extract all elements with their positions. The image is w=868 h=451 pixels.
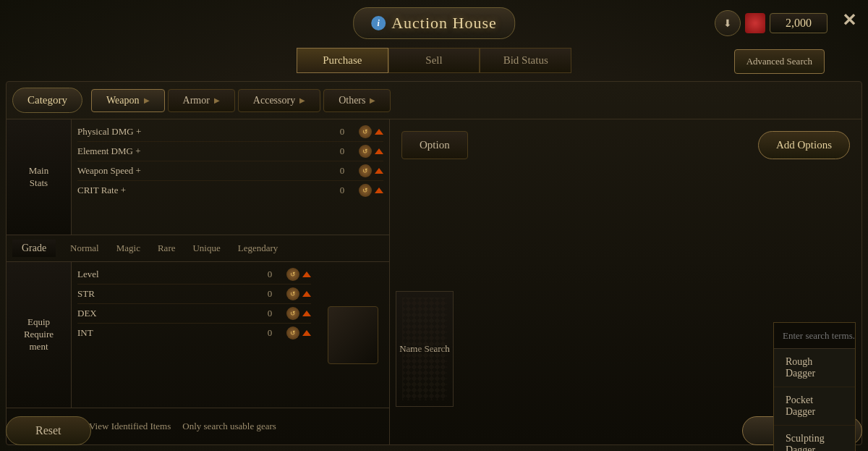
left-panel: MainStats Physical DMG + 0 ↺ Element DMG… [7, 119, 390, 444]
stat-crit-value: 0 [331, 185, 353, 196]
stat-element-reset[interactable]: ↺ [359, 145, 372, 158]
equip-section: EquipRequirement Level 0 ↺ STR 0 [7, 262, 389, 408]
main-stats-label: MainStats [7, 119, 72, 235]
info-icon[interactable]: i [371, 16, 386, 30]
stat-speed-reset[interactable]: ↺ [359, 164, 372, 177]
category-armor[interactable]: Armor ▶ [168, 89, 235, 112]
equip-str-up[interactable] [302, 291, 311, 297]
currency-area: ⬇ 2,000 [715, 10, 827, 36]
tab-bid-status[interactable]: Bid Status [480, 48, 571, 73]
stat-row-crit: CRIT Rate + 0 ↺ [77, 181, 383, 200]
equip-int-value: 0 [259, 327, 281, 339]
equip-dex: DEX [77, 308, 253, 319]
armor-label: Armor [183, 95, 210, 106]
equip-level-controls: ↺ [286, 268, 311, 281]
equip-int-up[interactable] [302, 330, 311, 336]
stat-physical-controls: ↺ [359, 125, 383, 138]
stat-physical-reset[interactable]: ↺ [359, 125, 372, 138]
advanced-search-button[interactable]: Advanced Search [734, 49, 825, 74]
equip-row-str: STR 0 ↺ [77, 284, 311, 304]
equip-level-reset[interactable]: ↺ [286, 268, 299, 281]
category-weapon[interactable]: Weapon ▶ [91, 89, 165, 112]
grade-magic[interactable]: Magic [114, 241, 143, 256]
tab-bar: Purchase Sell Bid Status [297, 48, 571, 73]
equip-str-controls: ↺ [286, 287, 311, 300]
equip-str-value: 0 [259, 288, 281, 300]
accessory-label: Accessory [253, 95, 295, 106]
stat-element-value: 0 [331, 146, 353, 157]
category-label: Category [12, 88, 82, 113]
bottom-bar: Reset Search [6, 416, 862, 445]
equip-dex-controls: ↺ [286, 307, 311, 320]
item-thumbnail [328, 306, 378, 364]
equip-str: STR [77, 288, 253, 300]
currency-value: 2,000 [770, 13, 827, 33]
option-area: Option Add Options [390, 119, 861, 171]
name-search-area: Name Search [396, 291, 459, 407]
stat-element-controls: ↺ [359, 145, 383, 158]
main-panel: Category Weapon ▶ Armor ▶ Accessory ▶ Ot… [6, 81, 862, 445]
content-area: MainStats Physical DMG + 0 ↺ Element DMG… [7, 119, 861, 444]
tab-sell[interactable]: Sell [388, 48, 480, 73]
stat-element-dmg: Element DMG + [77, 146, 326, 157]
stat-element-up[interactable] [375, 148, 383, 154]
dropdown-search-area: ✕ [774, 323, 855, 349]
name-search-label: Name Search [396, 291, 454, 407]
others-label: Others [339, 95, 365, 106]
weapon-label: Weapon [106, 95, 140, 106]
equip-dex-up[interactable] [302, 311, 311, 316]
equip-row-level: Level 0 ↺ [77, 265, 311, 284]
stat-row-speed: Weapon Speed + 0 ↺ [77, 161, 383, 181]
equip-level-value: 0 [259, 269, 281, 280]
equip-row-int: INT 0 ↺ [77, 324, 311, 342]
equip-label: EquipRequirement [7, 262, 72, 408]
add-options-button[interactable]: Add Options [758, 131, 850, 159]
stat-speed-controls: ↺ [359, 164, 383, 177]
download-button[interactable]: ⬇ [715, 10, 741, 36]
grade-legendary[interactable]: Legendary [235, 241, 281, 256]
stat-crit-controls: ↺ [359, 184, 383, 197]
dropdown-item-2[interactable]: Sculpting Dagger [774, 426, 855, 451]
stat-weapon-speed: Weapon Speed + [77, 165, 326, 177]
equip-dex-value: 0 [259, 308, 281, 319]
grade-label: Grade [12, 240, 56, 257]
category-others[interactable]: Others ▶ [323, 89, 391, 112]
equip-int-controls: ↺ [286, 326, 311, 340]
name-search-dropdown: ✕ Rough Dagger Pocket Dagger Sculpting D… [773, 322, 856, 451]
grade-normal[interactable]: Normal [67, 241, 102, 256]
close-button[interactable]: ✕ [836, 7, 862, 33]
dropdown-item-0[interactable]: Rough Dagger [774, 349, 855, 387]
others-arrow: ▶ [370, 96, 375, 104]
armor-arrow: ▶ [214, 96, 220, 104]
equip-level-up[interactable] [302, 271, 311, 277]
stat-speed-up[interactable] [375, 168, 383, 174]
grade-unique[interactable]: Unique [190, 241, 223, 256]
stat-physical-value: 0 [331, 126, 353, 138]
stat-physical-dmg: Physical DMG + [77, 126, 326, 138]
category-accessory[interactable]: Accessory ▶ [238, 89, 320, 112]
stat-physical-up[interactable] [375, 129, 383, 135]
equip-level: Level [77, 269, 253, 280]
stat-row-element: Element DMG + 0 ↺ [77, 142, 383, 161]
window-title: Auction House [391, 14, 497, 33]
equip-str-reset[interactable]: ↺ [286, 287, 299, 300]
grade-section: Grade Normal Magic Rare Unique Legendary [7, 235, 389, 262]
weapon-arrow: ▶ [144, 96, 150, 104]
grade-rare[interactable]: Rare [155, 241, 179, 256]
equip-dex-reset[interactable]: ↺ [286, 307, 299, 320]
tab-purchase[interactable]: Purchase [297, 48, 388, 73]
equip-int: INT [77, 327, 253, 339]
name-search-input[interactable] [783, 330, 868, 342]
reset-button[interactable]: Reset [6, 416, 91, 445]
option-button[interactable]: Option [401, 131, 468, 159]
stat-row-physical: Physical DMG + 0 ↺ [77, 122, 383, 142]
equip-row-dex: DEX 0 ↺ [77, 304, 311, 324]
category-bar: Category Weapon ▶ Armor ▶ Accessory ▶ Ot… [7, 82, 861, 119]
dropdown-item-1[interactable]: Pocket Dagger [774, 387, 855, 426]
stat-crit-reset[interactable]: ↺ [359, 184, 372, 197]
gem-icon [745, 13, 765, 33]
main-stats-section: MainStats Physical DMG + 0 ↺ Element DMG… [7, 119, 389, 235]
stat-crit-up[interactable] [375, 187, 383, 193]
right-panel: Option Add Options ✕ Rough Dagger Pocket… [390, 119, 861, 444]
equip-int-reset[interactable]: ↺ [286, 326, 299, 340]
